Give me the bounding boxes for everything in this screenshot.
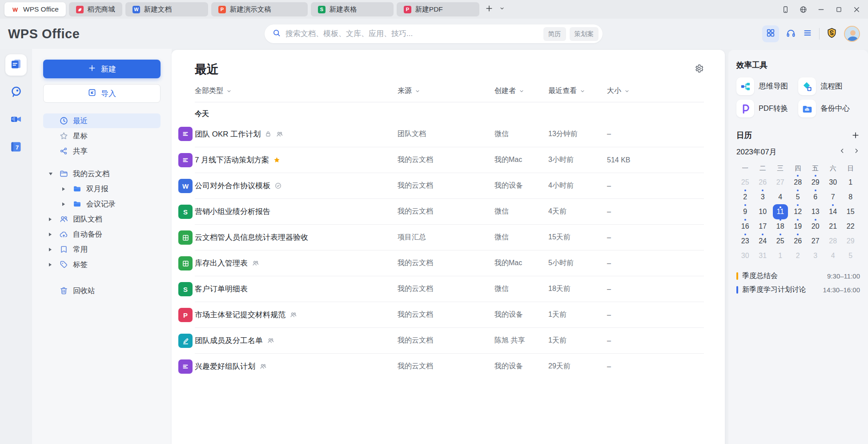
member-badge-icon[interactable] — [826, 28, 837, 40]
calendar-day[interactable]: 12 — [789, 204, 807, 219]
tab-新建表格[interactable]: S新建表格 — [311, 2, 394, 16]
calendar-day[interactable]: 3 — [807, 248, 824, 263]
file-row[interactable]: 云文档管人员信息统计表理器验收项目汇总微信15天前– — [195, 224, 704, 250]
mobile-device-icon[interactable] — [780, 4, 791, 15]
calendar-day[interactable]: 21 — [824, 219, 842, 234]
file-row[interactable]: 库存出入管理表我的云文档我的Mac5小时前– — [195, 250, 704, 276]
import-button[interactable]: 导入 — [43, 84, 161, 103]
calendar-day[interactable]: 22 — [842, 219, 860, 234]
file-row[interactable]: 团队成员及分工名单我的云文档陈旭 共享1天前– — [195, 327, 704, 353]
calendar-day[interactable]: 2 — [736, 190, 754, 204]
tab-稻壳商城[interactable]: 稻壳商城 — [69, 2, 122, 16]
rail-item-meetings[interactable] — [5, 109, 27, 131]
search-input[interactable] — [285, 29, 540, 38]
calendar-day[interactable]: 27 — [772, 175, 789, 190]
calendar-day[interactable]: 24 — [754, 234, 772, 248]
close-button[interactable] — [851, 4, 862, 15]
file-row[interactable]: S营销小组业绩分析报告我的云文档微信4天前– — [195, 198, 704, 224]
sidebar-item-回收站[interactable]: 回收站 — [43, 283, 161, 298]
calendar-day[interactable]: 29 — [807, 175, 824, 190]
expand-arrow-icon[interactable] — [49, 233, 59, 236]
calendar-day[interactable]: 3 — [754, 190, 772, 204]
tool-备份中心[interactable]: 备份中心 — [798, 100, 860, 117]
tool-流程图[interactable]: 流程图 — [798, 77, 860, 95]
tab-WPS Office[interactable]: WPS Office — [4, 2, 66, 16]
calendar-day[interactable]: 10 — [754, 204, 772, 219]
calendar-day[interactable]: 8 — [842, 190, 860, 204]
calendar-day[interactable]: 18 — [772, 219, 789, 234]
expand-arrow-icon[interactable] — [62, 187, 72, 191]
file-row[interactable]: P市场主体登记提交材料规范我的云文档我的设备1天前– — [195, 302, 704, 327]
calendar-day[interactable]: 23 — [736, 234, 754, 248]
calendar-day[interactable]: 29 — [842, 234, 860, 248]
calendar-day[interactable]: 13 — [807, 204, 824, 219]
calendar-day[interactable]: 9 — [736, 204, 754, 219]
calendar-day[interactable]: 31 — [754, 248, 772, 263]
file-row[interactable]: 团队 OKR 工作计划团队文档微信13分钟前– — [195, 121, 704, 147]
calendar-day[interactable]: 1 — [842, 175, 860, 190]
calendar-day[interactable]: 4 — [824, 248, 842, 263]
search-tag-resume[interactable]: 简历 — [543, 27, 566, 41]
tab-新建演示文稿[interactable]: P新建演示文稿 — [211, 2, 308, 16]
rail-item-messages[interactable] — [5, 82, 27, 103]
search-tag-plan[interactable]: 策划案 — [570, 27, 599, 41]
calendar-day[interactable]: 30 — [824, 175, 842, 190]
sidebar-item-会议记录[interactable]: 会议记录 — [43, 197, 161, 211]
calendar-day-selected[interactable]: 11 — [772, 204, 789, 219]
filter-创建者[interactable]: 创建者 — [494, 86, 548, 96]
calendar-day[interactable]: 20 — [807, 219, 824, 234]
tab-新建文档[interactable]: W新建文档 — [125, 2, 208, 16]
sidebar-item-星标[interactable]: 星标 — [43, 129, 161, 143]
calendar-day[interactable]: 28 — [824, 234, 842, 248]
calendar-day[interactable]: 5 — [789, 190, 807, 204]
sidebar-item-共享[interactable]: 共享 — [43, 144, 161, 158]
sidebar-item-我的云文档[interactable]: 我的云文档 — [43, 166, 161, 181]
tool-思维导图[interactable]: 思维导图 — [736, 77, 798, 95]
tool-PDF转换[interactable]: PDF转换 — [736, 100, 798, 117]
event-新季度学习计划讨论[interactable]: 新季度学习计划讨论14:30–16:00 — [736, 283, 860, 297]
user-avatar[interactable] — [844, 26, 860, 42]
calendar-day[interactable]: 2 — [789, 248, 807, 263]
sidebar-item-标签[interactable]: 标签 — [43, 257, 161, 272]
calendar-day[interactable]: 28 — [789, 175, 807, 190]
filter-大小[interactable]: 大小 — [607, 86, 699, 96]
expand-arrow-icon[interactable] — [49, 218, 59, 221]
calendar-day[interactable]: 17 — [754, 219, 772, 234]
new-tab-button[interactable] — [485, 4, 494, 15]
minimize-button[interactable] — [816, 4, 826, 15]
settings-gear-icon[interactable] — [694, 64, 704, 75]
sidebar-item-常用[interactable]: 常用 — [43, 242, 161, 257]
expand-arrow-icon[interactable] — [49, 173, 59, 175]
sidebar-item-自动备份[interactable]: 自动备份 — [43, 227, 161, 242]
calendar-prev-button[interactable] — [839, 147, 846, 157]
tab-list-chevron[interactable] — [499, 5, 505, 13]
expand-arrow-icon[interactable] — [49, 248, 59, 251]
expand-arrow-icon[interactable] — [62, 202, 72, 206]
rail-item-calendar-app[interactable]: 7 — [5, 137, 27, 158]
calendar-day[interactable]: 25 — [736, 175, 754, 190]
file-row[interactable]: 7 月线下活动策划方案我的云文档我的Mac3小时前514 KB — [195, 147, 704, 173]
calendar-day[interactable]: 26 — [754, 175, 772, 190]
calendar-day[interactable]: 26 — [789, 234, 807, 248]
calendar-day[interactable]: 16 — [736, 219, 754, 234]
calendar-day[interactable]: 30 — [736, 248, 754, 263]
calendar-day[interactable]: 27 — [807, 234, 824, 248]
globe-icon[interactable] — [798, 4, 808, 15]
rail-item-documents[interactable] — [5, 54, 27, 76]
sidebar-item-团队文档[interactable]: 团队文档 — [43, 212, 161, 226]
add-event-button[interactable] — [851, 131, 860, 140]
calendar-day[interactable]: 19 — [789, 219, 807, 234]
calendar-day[interactable]: 25 — [772, 234, 789, 248]
event-季度总结会[interactable]: 季度总结会9:30–11:00 — [736, 269, 860, 283]
calendar-next-button[interactable] — [853, 147, 860, 157]
filter-来源[interactable]: 来源 — [398, 86, 494, 96]
expand-arrow-icon[interactable] — [49, 263, 59, 266]
calendar-day[interactable]: 6 — [807, 190, 824, 204]
new-document-button[interactable]: 新建 — [43, 60, 161, 78]
apps-grid-button[interactable] — [762, 25, 779, 42]
maximize-button[interactable] — [833, 4, 844, 15]
sidebar-item-双月报[interactable]: 双月报 — [43, 182, 161, 196]
calendar-day[interactable]: 1 — [772, 248, 789, 263]
calendar-day[interactable]: 7 — [824, 190, 842, 204]
tab-新建PDF[interactable]: P新建PDF — [397, 2, 479, 16]
